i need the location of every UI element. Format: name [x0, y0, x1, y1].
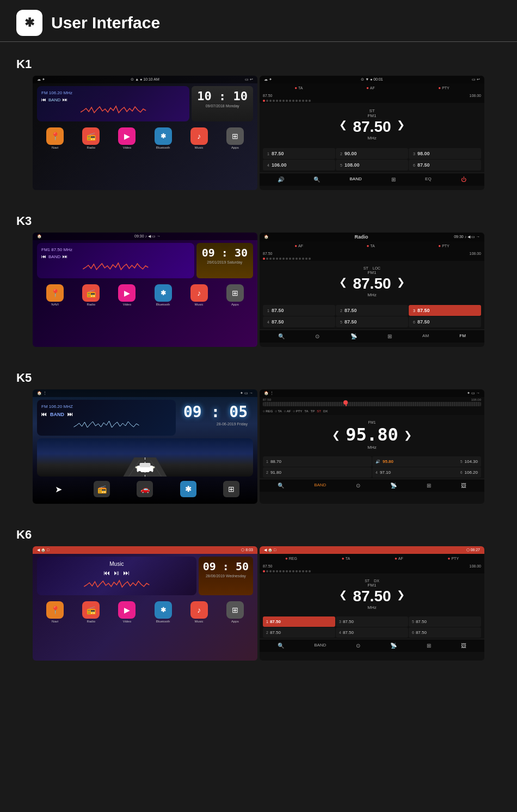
k6-bottom-signal[interactable]: 📡 [390, 643, 397, 649]
k3-app-music[interactable]: ♪ Music [190, 284, 208, 306]
k3-bottom-link[interactable]: ⊙ [315, 333, 319, 339]
k6-app-video[interactable]: ▶ Video [118, 601, 136, 623]
k6-bt-icon[interactable]: ✱ [155, 601, 172, 619]
k1-app-bluetooth[interactable]: ✱ Bluetooth [155, 127, 172, 149]
k5-bottom-grid[interactable]: ⊞ [427, 483, 431, 489]
k5-car-icon[interactable]: 🚗 [137, 481, 153, 497]
k1-music-icon[interactable]: ♪ [190, 127, 208, 145]
k3-bottom-grid[interactable]: ⊞ [387, 333, 392, 339]
k6-preset-3[interactable]: 3 87.50 [336, 616, 408, 627]
k3-bottom-am[interactable]: AM [422, 333, 429, 339]
k3-preset-4[interactable]: 4 87.50 [263, 316, 335, 327]
k5-bottom-img[interactable]: 🖼 [461, 483, 466, 489]
k5-bottom-search[interactable]: 🔍 [278, 483, 284, 489]
k3-forward[interactable]: ⏭ [63, 254, 67, 259]
k6-app-apps[interactable]: ⊞ Apps [226, 601, 244, 623]
k6-preset-1[interactable]: 1 87.50 [263, 616, 335, 627]
k1-preset-6[interactable]: 6 87.50 [409, 160, 481, 170]
k3-apps-icon[interactable]: ⊞ [226, 284, 244, 302]
k3-preset-3[interactable]: 3 87.50 [409, 305, 481, 316]
k1-preset-1[interactable]: 1 87.50 [263, 148, 335, 159]
k3-preset-5[interactable]: 5 87.50 [336, 316, 408, 327]
k1-rewind-icon[interactable]: ⏮ [41, 97, 46, 102]
k1-bt-icon[interactable]: ✱ [155, 127, 172, 145]
k5-app-nav[interactable]: ➤ [51, 481, 67, 497]
k1-preset-2[interactable]: 2 90.00 [336, 148, 408, 159]
k6-bottom-link[interactable]: ⊙ [356, 643, 360, 649]
k1-preset-3[interactable]: 3 98.00 [409, 148, 481, 159]
k1-bottom-band[interactable]: BAND [349, 176, 361, 182]
k5-bt-icon[interactable]: ✱ [180, 481, 196, 497]
k6-app-radio[interactable]: 📻 Radio [82, 601, 100, 623]
k3-freq-next[interactable]: ❯ [397, 276, 405, 288]
k5-bottom-band[interactable]: BAND [314, 483, 326, 489]
k6-navi-icon[interactable]: 📍 [46, 601, 64, 619]
k6-video-icon[interactable]: ▶ [118, 601, 136, 619]
k6-app-navi[interactable]: 📍 Navi [46, 601, 64, 623]
k5-preset-3[interactable]: 2 91.80 [263, 467, 372, 478]
k5-app-bt[interactable]: ✱ [180, 481, 196, 497]
k3-bottom-fm[interactable]: FM [459, 333, 466, 339]
k1-app-apps[interactable]: ⊞ Apps [226, 127, 244, 149]
k6-bottom-band[interactable]: BAND [314, 643, 326, 649]
k1-app-navi[interactable]: 📍 Navi [46, 127, 64, 149]
k5-freq-next[interactable]: ❯ [404, 429, 412, 441]
k3-bt-icon[interactable]: ✱ [155, 284, 172, 302]
k1-apps-icon[interactable]: ⊞ [226, 127, 244, 145]
k5-app-car[interactable]: 🚗 [137, 481, 153, 497]
k6-apps-icon[interactable]: ⊞ [226, 601, 244, 619]
k3-navi-icon[interactable]: 📍 [46, 284, 64, 302]
k1-freq-next[interactable]: ❯ [397, 119, 405, 131]
k6-prev-prev[interactable]: ⏮ [103, 569, 110, 577]
k5-preset-4[interactable]: 4 97.10 6 106.20 [372, 467, 481, 478]
k6-preset-6[interactable]: 6 87.50 [409, 627, 481, 638]
k1-freq-prev[interactable]: ❮ [339, 119, 347, 131]
k1-bottom-search[interactable]: 🔍 [313, 176, 320, 182]
k3-freq-prev[interactable]: ❮ [339, 276, 347, 288]
k5-preset-1[interactable]: 1 88.70 [263, 456, 372, 467]
k3-music-icon[interactable]: ♪ [190, 284, 208, 302]
k5-rewind[interactable]: ⏮ [41, 411, 47, 417]
k3-radio-icon[interactable]: 📻 [82, 284, 100, 302]
k6-bottom-img[interactable]: 🖼 [461, 643, 466, 649]
k3-bottom-signal[interactable]: 📡 [350, 333, 357, 339]
k3-preset-1[interactable]: 1 87.50 [263, 305, 335, 316]
k1-bottom-grid[interactable]: ⊞ [391, 176, 396, 182]
k6-play-pause[interactable]: ⏯ [113, 569, 120, 577]
k1-navi-icon[interactable]: 📍 [46, 127, 64, 145]
k6-music-icon[interactable]: ♪ [190, 601, 208, 619]
k6-freq-prev[interactable]: ❮ [339, 589, 347, 601]
k5-apps-icon[interactable]: ⊞ [223, 481, 239, 497]
k5-nav-icon[interactable]: ➤ [51, 481, 67, 497]
k1-bottom-eq[interactable]: EQ [425, 176, 432, 182]
k1-preset-5[interactable]: 5 108.00 [336, 160, 408, 170]
k1-forward-icon[interactable]: ⏭ [63, 97, 67, 102]
k1-bottom-power[interactable]: ⏻ [461, 176, 466, 182]
k3-preset-6[interactable]: 6 87.50 [409, 316, 481, 327]
k3-preset-2[interactable]: 2 87.50 [336, 305, 408, 316]
k3-app-apps[interactable]: ⊞ Apps [226, 284, 244, 306]
k3-video-icon[interactable]: ▶ [118, 284, 136, 302]
k1-band-label[interactable]: BAND [48, 97, 60, 102]
k6-radio-icon[interactable]: 📻 [82, 601, 100, 619]
k3-rewind[interactable]: ⏮ [41, 254, 46, 259]
k6-preset-5[interactable]: 5 87.50 [409, 616, 481, 627]
k6-preset-2[interactable]: 2 87.50 [263, 627, 335, 638]
k6-app-bluetooth[interactable]: ✱ Bluetooth [155, 601, 172, 623]
k1-video-icon[interactable]: ▶ [118, 127, 136, 145]
k6-bottom-search[interactable]: 🔍 [278, 643, 284, 649]
k5-preset-2[interactable]: 🔊 95.80 5 104.30 [372, 456, 481, 467]
k1-preset-4[interactable]: 4 106.00 [263, 160, 335, 170]
k1-bottom-vol[interactable]: 🔊 [278, 176, 284, 182]
k5-freq-prev[interactable]: ❮ [332, 429, 340, 441]
k1-radio-icon[interactable]: 📻 [82, 127, 100, 145]
k6-next-next[interactable]: ⏭ [123, 569, 130, 577]
k3-app-radio[interactable]: 📻 Radio [82, 284, 100, 306]
k3-app-navi[interactable]: 📍 NAVI [46, 284, 64, 306]
k5-app-apps[interactable]: ⊞ [223, 481, 239, 497]
k6-preset-4[interactable]: 4 87.50 [336, 627, 408, 638]
k5-bottom-link[interactable]: ⊙ [356, 483, 360, 489]
k3-app-bluetooth[interactable]: ✱ Bluetooth [155, 284, 172, 306]
k5-forward[interactable]: ⏭ [67, 411, 73, 417]
k1-app-video[interactable]: ▶ Video [118, 127, 136, 149]
